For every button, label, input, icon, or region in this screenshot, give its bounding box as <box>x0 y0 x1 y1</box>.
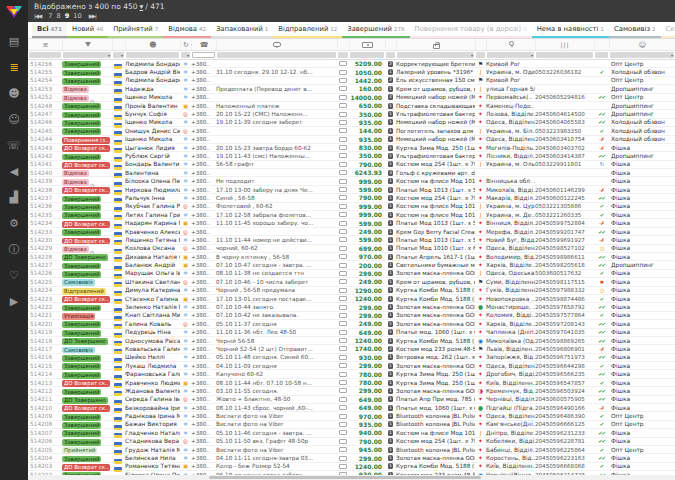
order-row[interactable]: 514252 Відмова◷ Іщенко Микола ✳ +380.. 1… <box>28 94 675 102</box>
order-row[interactable]: 514235 Завершений Летях Галина Григо.. ✳… <box>28 211 675 219</box>
column-product[interactable] <box>396 39 475 50</box>
filter-total[interactable] <box>350 52 384 58</box>
client-phone[interactable]: +380.. <box>191 187 216 193</box>
client-phone[interactable]: +380.. <box>191 170 216 176</box>
order-row[interactable]: 514214 Завершений Фарановська Галина ✳ +… <box>28 370 675 378</box>
client-phone[interactable]: +380.. <box>191 463 216 469</box>
client-phone[interactable]: +380.. <box>191 153 216 159</box>
ttn-number[interactable]: 20450597041035 <box>535 329 594 335</box>
ttn-number[interactable]: 20450596223163 <box>535 455 594 461</box>
client-phone[interactable]: +380.. <box>191 447 216 453</box>
client-phone[interactable]: +380.. <box>191 136 216 142</box>
order-row[interactable]: 514240 Відмова Валентина ✳ +380.. 6243.9… <box>28 169 675 177</box>
client-phone[interactable]: +380.. <box>191 94 216 100</box>
ttn-number[interactable]: 20450598986611 <box>535 254 594 260</box>
client-phone[interactable]: +380.. <box>191 262 216 268</box>
ttn-number[interactable]: 20450596566235 <box>535 371 594 377</box>
column-source[interactable]: ↻ <box>180 39 191 50</box>
ttn-number[interactable]: 20450604614500 <box>535 111 594 117</box>
filter-carrier[interactable] <box>476 52 485 58</box>
order-row[interactable]: 514219 Завершений Педурець Ніна ✳ +380..… <box>28 329 675 337</box>
ttn-number[interactable]: 20450604065583 <box>535 119 594 125</box>
order-row[interactable]: 514215 Завершений Лукаш Людмила ✳ +380..… <box>28 362 675 370</box>
ttn-number[interactable]: 0503226036182 <box>535 69 594 75</box>
client-phone[interactable]: +380.. <box>191 103 216 109</box>
order-row[interactable]: 514226 Завершений Марущак Ольга Іва.. ✳ … <box>28 270 675 278</box>
filter-source[interactable] <box>181 52 190 58</box>
client-phone[interactable]: +380.. <box>191 161 216 167</box>
ttn-number[interactable]: 0503223983350 <box>535 128 594 134</box>
order-row[interactable]: 514211 ДО Завершено Середа Галина Івані.… <box>28 396 675 404</box>
client-phone[interactable]: +380.. <box>191 455 216 461</box>
client-phone[interactable]: +380.. <box>191 405 216 411</box>
client-phone[interactable]: +380.. <box>191 237 216 243</box>
order-row[interactable]: 514210 ДО Возврат ск.. Безкоровайна Ірин… <box>28 404 675 412</box>
client-phone[interactable]: +380.. <box>191 396 216 402</box>
ttn-number[interactable]: 20450599752884 <box>535 220 594 226</box>
tab-Сервіси[interactable]: Сервіси0 <box>661 22 675 38</box>
sidebar-item-settings[interactable]: ⚙ <box>0 210 28 236</box>
client-phone[interactable]: +380.. <box>191 145 216 151</box>
filter-ttn[interactable] <box>536 52 593 58</box>
sidebar-item-calls[interactable]: ☏ <box>0 132 28 158</box>
ttn-number[interactable]: 20450598874486 <box>535 296 594 302</box>
ttn-number[interactable]: 0503229911801 <box>535 161 594 167</box>
order-row[interactable]: 514204 Завершений Белинская Нила ✳ +380.… <box>28 454 675 462</box>
order-row[interactable]: 514227 Завершений Баланюк Андрій ▣ +380.… <box>28 261 675 269</box>
tab-Запакований[interactable]: Запакований1 <box>211 22 273 38</box>
client-phone[interactable]: +380.. <box>191 69 216 75</box>
order-row[interactable]: 514236 Завершений Якубчак Галина Ром.. ◎… <box>28 203 675 211</box>
tab-Всі[interactable]: Всі471 <box>32 22 67 38</box>
client-phone[interactable]: +380.. <box>191 254 216 260</box>
order-row[interactable]: 514207 Завершений Гладченко Наталья .. ✳… <box>28 429 675 437</box>
ttn-number[interactable]: 20450597208143 <box>535 321 594 327</box>
client-phone[interactable]: +380.. <box>191 77 216 83</box>
page-button-8[interactable]: 8 <box>56 12 62 20</box>
tab-Завершений[interactable]: Завершений278 <box>342 22 409 38</box>
tab-Новий[interactable]: Новий48 <box>67 22 108 38</box>
column-id[interactable]: ≡ <box>28 39 62 50</box>
client-phone[interactable]: +380.. <box>191 354 216 360</box>
order-row[interactable]: 514205 Прийнятий Грудож Наталія Мик.. ✳ … <box>28 446 675 454</box>
order-row[interactable]: 514221 Утилізація Кнап Світлана Миха.. ✳… <box>28 312 675 320</box>
client-phone[interactable]: +380.. <box>191 421 216 427</box>
sidebar-item-clients[interactable]: ☻ <box>0 80 28 106</box>
ttn-number[interactable]: 20450603410754 <box>535 136 594 142</box>
client-phone[interactable]: +380.. <box>191 338 216 344</box>
column-total[interactable] <box>349 39 385 50</box>
ttn-number[interactable]: 20450599691927 <box>535 237 594 243</box>
sidebar-item-info[interactable]: ⓘ <box>0 236 28 262</box>
client-phone[interactable]: +380.. <box>191 111 216 117</box>
scrollbar-thumb[interactable] <box>209 476 481 479</box>
column-comment[interactable] <box>216 39 337 50</box>
horizontal-scrollbar[interactable] <box>28 475 675 480</box>
order-row[interactable]: 514209 Завершений Раднікова Ірина Ми.. ✳… <box>28 412 675 420</box>
client-phone[interactable]: +380.. <box>191 128 216 134</box>
tab-Відмова[interactable]: Відмова42 <box>163 22 211 38</box>
filter-product[interactable] <box>397 52 474 58</box>
order-row[interactable]: 514247 Завершений Бунчук Софія ◎ +380.. … <box>28 110 675 118</box>
ttn-number[interactable]: 5003600517632 <box>535 270 594 276</box>
order-row[interactable]: 514244 Повернення (з.. Іщенко Микола ✳ +… <box>28 136 675 144</box>
filter-phone[interactable] <box>192 52 215 58</box>
client-phone[interactable]: +380.. <box>191 430 216 436</box>
ttn-number[interactable]: 20450596228781 <box>535 438 594 444</box>
column-status[interactable] <box>62 39 112 50</box>
client-phone[interactable]: +380.. <box>191 203 216 209</box>
tab-Нема в наявності[interactable]: Нема в наявності1 <box>532 22 609 38</box>
sidebar-item-dashboard[interactable]: ▤ <box>0 28 28 54</box>
client-phone[interactable]: +380.. <box>191 287 216 293</box>
ttn-number[interactable]: 20450596503924 <box>535 388 594 394</box>
tab-Прийнятий[interactable]: Прийнятий7 <box>108 22 163 38</box>
filter-city[interactable] <box>487 52 534 58</box>
order-row[interactable]: 514255 Завершений Бадров Андрій Вікт.. ✳… <box>28 68 675 76</box>
client-phone[interactable]: +380.. <box>191 304 216 310</box>
order-row[interactable]: 514208 Завершений Бажан Виктория ✳ +380.… <box>28 421 675 429</box>
ttn-number[interactable]: 20450596486390 <box>535 413 594 419</box>
filter-payment[interactable] <box>338 52 348 58</box>
order-row[interactable]: 514228 ДО Завершено Дихавка Наталія Си..… <box>28 253 675 261</box>
client-phone[interactable]: +380.. <box>191 380 216 386</box>
filter-qty[interactable] <box>386 52 395 58</box>
ttn-number[interactable]: 20450596666125 <box>535 421 594 427</box>
app-logo[interactable] <box>5 4 23 20</box>
